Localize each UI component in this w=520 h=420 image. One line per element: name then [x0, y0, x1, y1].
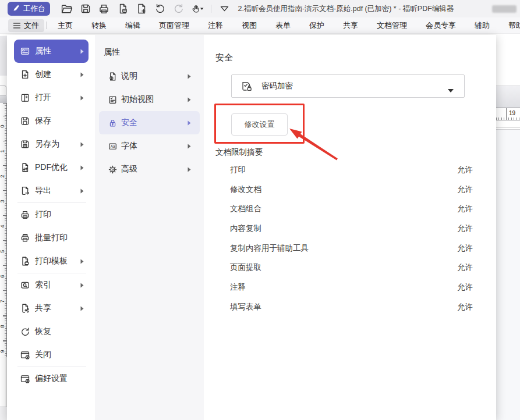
- submenu-chevron-icon: [80, 283, 84, 288]
- workbench-label: 工作台: [23, 4, 45, 14]
- file-menu-item[interactable]: PDF优化: [14, 156, 89, 179]
- change-settings-button[interactable]: 修改设置: [231, 113, 288, 136]
- redo-icon[interactable]: [172, 2, 185, 15]
- share-icon: [20, 303, 30, 314]
- menu-tab-11[interactable]: 会员专享: [416, 20, 465, 31]
- file-menu-item[interactable]: 恢复: [14, 320, 89, 343]
- titlebar-separator: [211, 5, 211, 13]
- file-menu-item[interactable]: 关闭: [14, 343, 89, 366]
- pen-icon: [12, 4, 20, 14]
- restriction-value: 允许: [457, 204, 473, 214]
- submenu-chevron-icon: [80, 72, 84, 77]
- menubar-separator: [46, 22, 47, 29]
- new-page-icon[interactable]: [135, 2, 148, 15]
- ruler-number: 5: [0, 248, 5, 255]
- restriction-value: 允许: [457, 262, 473, 273]
- security-heading: 安全: [215, 52, 233, 63]
- ruler-number: 1: [0, 148, 5, 155]
- file-menu-item[interactable]: 打印: [14, 203, 89, 226]
- restriction-row: 填写表单允许: [230, 297, 473, 317]
- background-right-sliver: [496, 34, 520, 86]
- workbench-button[interactable]: 工作台: [8, 2, 50, 16]
- ruler-number: 8: [0, 323, 5, 330]
- ruler-number: 19: [508, 110, 516, 116]
- file-menu-item[interactable]: 偏好设置: [14, 367, 89, 390]
- properties-item[interactable]: 初始视图: [99, 88, 200, 111]
- ruler-number: 2: [0, 173, 5, 180]
- menu-tab-10[interactable]: 文档管理: [367, 20, 416, 31]
- encryption-method-dropdown[interactable]: 密码加密: [231, 74, 465, 98]
- hamburger-icon: [13, 23, 20, 29]
- properties-item[interactable]: 说明: [99, 65, 200, 88]
- menu-tab-12[interactable]: 辅助: [465, 20, 499, 31]
- restriction-value: 允许: [457, 184, 473, 195]
- undo-icon[interactable]: [154, 2, 167, 15]
- file-menu-overlay: 属性创建打开保存另存为PDF优化导出打印批量打印打印模板索引共享恢复关闭偏好设置…: [7, 35, 496, 420]
- menu-tab-3[interactable]: 编辑: [116, 20, 150, 31]
- properties-item[interactable]: 高级: [99, 158, 200, 181]
- index-icon: [20, 280, 30, 290]
- background-document-area: [496, 130, 520, 420]
- properties-icon: [20, 46, 30, 56]
- security-content: 安全 密码加密 修改设置 文档限制摘要 打印允许修改文档允许文档组合允许内容复制…: [204, 35, 496, 420]
- restriction-row: 修改文档允许: [230, 180, 473, 200]
- menu-tab-9[interactable]: 共享: [334, 20, 367, 31]
- submenu-chevron-icon: [188, 144, 191, 149]
- close-file-icon: [20, 350, 30, 360]
- background-right-toolbar-edge: [496, 86, 520, 108]
- file-menu-item[interactable]: 打印模板: [14, 250, 89, 273]
- menu-tab-2[interactable]: 转换: [82, 20, 116, 31]
- properties-panel: 属性 说明初始视图安全Aa字体高级: [95, 35, 204, 420]
- svg-text:Aa: Aa: [111, 144, 115, 148]
- file-menu-item[interactable]: 索引: [14, 273, 89, 297]
- menu-tab-6[interactable]: 视图: [232, 20, 266, 31]
- hand-tool-icon[interactable]: [191, 2, 204, 15]
- restriction-label: 修改文档: [230, 184, 261, 195]
- properties-item[interactable]: Aa字体: [99, 134, 200, 158]
- file-menu-item[interactable]: 共享: [14, 297, 89, 320]
- save-icon[interactable]: [79, 2, 92, 15]
- file-menu-sidebar: 属性创建打开保存另存为PDF优化导出打印批量打印打印模板索引共享恢复关闭偏好设置: [7, 35, 95, 420]
- restrictions-title: 文档限制摘要: [215, 147, 263, 158]
- background-page-edge: [0, 357, 7, 407]
- properties-item[interactable]: 安全: [99, 111, 200, 134]
- dropdown-caret-icon: [448, 85, 454, 95]
- file-menu-item[interactable]: 另存为: [14, 133, 89, 156]
- submenu-chevron-icon: [80, 306, 84, 311]
- restriction-row: 文档组合允许: [230, 199, 473, 219]
- restriction-label: 复制内容用于辅助工具: [230, 243, 309, 254]
- restriction-value: 允许: [457, 243, 473, 254]
- submenu-chevron-icon: [188, 167, 191, 172]
- horizontal-ruler: 19: [496, 108, 520, 120]
- menu-tab-13[interactable]: 帮助: [499, 20, 520, 31]
- ruler-number: 7: [0, 298, 5, 305]
- print-icon[interactable]: [98, 2, 111, 15]
- file-menu-item[interactable]: 保存: [14, 109, 89, 133]
- menu-tab-7[interactable]: 表单: [266, 20, 300, 31]
- create-icon: [20, 69, 30, 80]
- restriction-label: 页面提取: [230, 262, 261, 273]
- restore-icon: [20, 326, 30, 337]
- file-menu-item[interactable]: 批量打印: [14, 226, 89, 250]
- menu-tab-5[interactable]: 注释: [199, 20, 232, 31]
- ruler-number: 3: [0, 198, 5, 205]
- file-menu-item[interactable]: 导出: [14, 179, 89, 202]
- pdf-optimize-icon: [20, 162, 30, 173]
- print-icon: [20, 209, 30, 220]
- save-as-icon: [20, 139, 30, 150]
- create-from-file-icon[interactable]: [116, 2, 129, 15]
- submenu-chevron-icon: [80, 49, 84, 54]
- file-menu-item[interactable]: 属性: [14, 40, 89, 63]
- restriction-row: 打印允许: [230, 160, 473, 180]
- menu-file[interactable]: 文件: [8, 19, 44, 32]
- submenu-chevron-icon: [80, 259, 84, 264]
- menu-tab-4[interactable]: 页面管理: [150, 20, 199, 31]
- menu-tab-8[interactable]: 保护: [300, 20, 334, 31]
- toolbar-collapse-icon[interactable]: [218, 2, 231, 15]
- file-menu-item[interactable]: 创建: [14, 63, 89, 86]
- file-menu-item[interactable]: 打开: [14, 86, 89, 109]
- open-folder-icon[interactable]: [61, 2, 73, 15]
- restriction-value: 允许: [457, 302, 473, 312]
- menu-tab-1[interactable]: 主页: [48, 20, 82, 31]
- background-document-tab-edge: [0, 86, 6, 95]
